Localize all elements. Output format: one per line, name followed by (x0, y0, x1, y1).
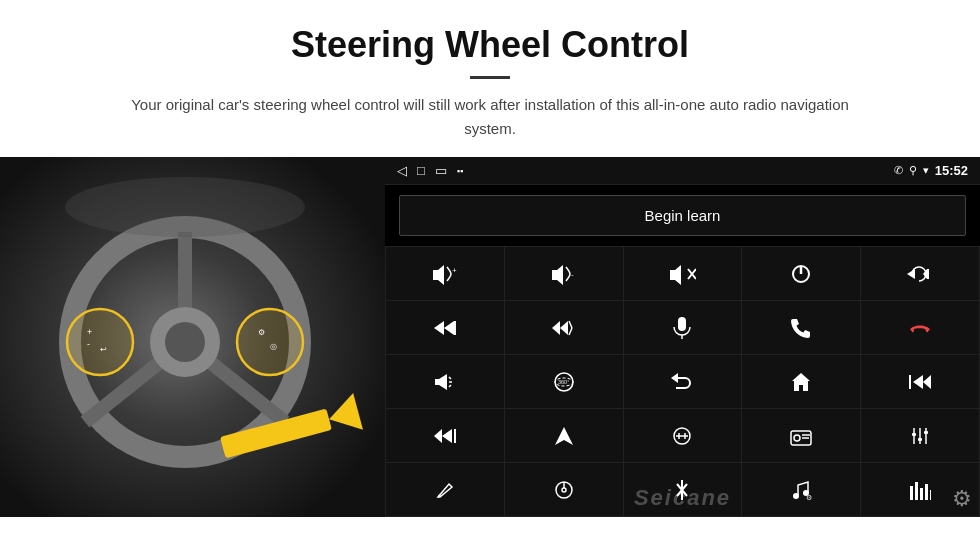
page-wrapper: Steering Wheel Control Your original car… (0, 0, 980, 517)
svg-text:-: - (87, 339, 90, 349)
svg-line-36 (927, 328, 928, 332)
svg-marker-29 (552, 321, 560, 335)
status-bar-left: ◁ □ ▭ ▪▪ (397, 163, 463, 178)
svg-rect-71 (920, 488, 923, 500)
phone-status-icon: ✆ (894, 164, 903, 177)
radio-button[interactable] (742, 409, 860, 462)
equalizer-button[interactable] (624, 409, 742, 462)
svg-text:+: + (452, 266, 457, 275)
svg-line-32 (569, 328, 572, 335)
next-track-button[interactable] (386, 301, 504, 354)
360-view-button[interactable]: 360° (505, 355, 623, 408)
content-section: + - ↩ ⚙ ◎ (0, 157, 980, 517)
phone-prev-button[interactable] (861, 247, 979, 300)
power-button[interactable] (742, 247, 860, 300)
microphone-button[interactable] (624, 301, 742, 354)
skip-forward-button[interactable] (386, 409, 504, 462)
header-section: Steering Wheel Control Your original car… (0, 0, 980, 157)
svg-rect-69 (910, 486, 913, 500)
svg-point-64 (562, 488, 566, 492)
svg-point-54 (794, 435, 800, 441)
steering-wheel-svg: + - ↩ ⚙ ◎ (0, 157, 385, 517)
svg-line-35 (912, 328, 913, 332)
skip-back-button[interactable] (861, 355, 979, 408)
svg-marker-44 (923, 375, 931, 389)
svg-marker-40 (671, 373, 678, 383)
svg-text:◎: ◎ (270, 342, 277, 351)
svg-point-6 (165, 322, 205, 362)
begin-learn-row: Begin learn (385, 185, 980, 246)
svg-marker-43 (913, 375, 923, 389)
sliders-button[interactable] (861, 409, 979, 462)
title-divider (470, 76, 510, 79)
begin-learn-button[interactable]: Begin learn (399, 195, 966, 236)
navigate-button[interactable] (505, 409, 623, 462)
horn-button[interactable] (386, 355, 504, 408)
bluetooth-button[interactable] (624, 463, 742, 516)
svg-rect-62 (924, 431, 928, 434)
svg-marker-46 (442, 429, 452, 443)
svg-rect-28 (454, 321, 456, 335)
svg-line-31 (569, 321, 572, 328)
svg-rect-61 (918, 438, 922, 441)
media-button[interactable] (505, 463, 623, 516)
page-title: Steering Wheel Control (60, 24, 920, 66)
subtitle-text: Your original car's steering wheel contr… (130, 93, 850, 141)
volume-down-button[interactable]: - (505, 247, 623, 300)
svg-text:+: + (87, 327, 92, 337)
svg-rect-33 (678, 317, 686, 331)
svg-text:↩: ↩ (100, 345, 107, 354)
pen-button[interactable] (386, 463, 504, 516)
svg-marker-48 (555, 427, 573, 445)
svg-marker-47 (434, 429, 442, 443)
steering-wheel-image: + - ↩ ⚙ ◎ (0, 157, 385, 517)
svg-text:⚙: ⚙ (258, 328, 265, 337)
mute-button[interactable] (624, 247, 742, 300)
location-status-icon: ⚲ (909, 164, 917, 177)
return-button[interactable] (624, 355, 742, 408)
svg-point-16 (65, 177, 305, 237)
svg-marker-23 (907, 269, 915, 279)
back-nav-icon[interactable]: ◁ (397, 163, 407, 178)
svg-rect-42 (909, 375, 911, 389)
volume-up-button[interactable]: + (386, 247, 504, 300)
svg-text:360°: 360° (558, 379, 569, 385)
svg-text:-: - (571, 270, 574, 279)
signal-icon: ▪▪ (457, 166, 463, 176)
phone-call-button[interactable] (742, 301, 860, 354)
svg-marker-26 (434, 321, 444, 335)
svg-marker-30 (560, 321, 568, 335)
status-bar: ◁ □ ▭ ▪▪ ✆ ⚲ ▾ 15:52 (385, 157, 980, 185)
svg-marker-41 (792, 373, 810, 391)
home-nav-icon[interactable]: □ (417, 163, 425, 178)
svg-rect-73 (930, 490, 931, 500)
home-button[interactable] (742, 355, 860, 408)
wifi-status-icon: ▾ (923, 164, 929, 177)
music-note-button[interactable]: ⚙ (742, 463, 860, 516)
svg-point-66 (793, 493, 799, 499)
svg-marker-27 (444, 321, 454, 335)
control-button-grid: + - (385, 246, 980, 517)
svg-text:⚙: ⚙ (806, 494, 812, 501)
settings-gear-icon[interactable]: ⚙ (952, 486, 972, 512)
recent-nav-icon[interactable]: ▭ (435, 163, 447, 178)
android-panel: ◁ □ ▭ ▪▪ ✆ ⚲ ▾ 15:52 Begin learn (385, 157, 980, 517)
svg-rect-70 (915, 482, 918, 500)
steering-wheel-bg: + - ↩ ⚙ ◎ (0, 157, 385, 517)
status-bar-right: ✆ ⚲ ▾ 15:52 (894, 163, 968, 178)
svg-rect-45 (454, 429, 456, 443)
status-time: 15:52 (935, 163, 968, 178)
svg-rect-72 (925, 484, 928, 500)
fast-forward-button[interactable] (505, 301, 623, 354)
svg-point-7 (67, 309, 133, 375)
svg-rect-60 (912, 433, 916, 436)
svg-rect-25 (927, 269, 929, 279)
hang-up-button[interactable] (861, 301, 979, 354)
